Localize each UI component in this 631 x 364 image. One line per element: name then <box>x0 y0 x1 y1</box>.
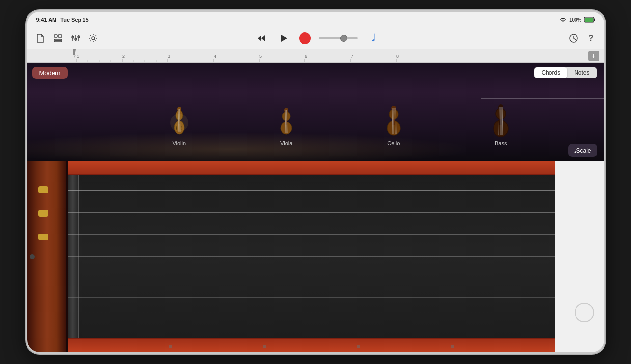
svg-text:7: 7 <box>351 54 353 59</box>
main-content: 1 2 3 4 5 6 7 8 <box>27 49 604 352</box>
cello-label: Cello <box>387 140 400 146</box>
status-time: 9:41 AM <box>36 17 57 23</box>
guitar-top-bar <box>68 161 555 175</box>
svg-text:4: 4 <box>214 54 216 59</box>
violin-svg <box>169 105 189 137</box>
settings-icon[interactable] <box>87 32 99 44</box>
guitar-string-3 <box>68 234 555 235</box>
chords-button[interactable]: Chords <box>534 67 567 78</box>
volume-slider[interactable] <box>319 37 358 39</box>
svg-rect-66 <box>499 119 502 125</box>
svg-text:6: 6 <box>305 54 307 59</box>
mixer-icon[interactable] <box>70 32 82 44</box>
guitar-string-6 <box>68 297 555 298</box>
guide-line-2 <box>506 231 604 231</box>
strings-container <box>27 161 555 352</box>
tuning-peg-2[interactable] <box>38 210 48 217</box>
notes-button[interactable]: Notes <box>567 67 596 78</box>
volume-knob[interactable] <box>340 35 347 42</box>
svg-text:8: 8 <box>396 54 399 59</box>
status-date: Tue Sep 15 <box>60 17 88 23</box>
violin-figure <box>167 104 192 138</box>
toolbar-center: 𝅘𝅥 <box>254 31 378 46</box>
play-button[interactable] <box>276 31 291 46</box>
scroll-circle[interactable] <box>575 303 594 322</box>
svg-rect-1 <box>594 19 595 21</box>
bass-figure <box>489 104 513 138</box>
record-button[interactable] <box>299 32 311 44</box>
metronome-icon[interactable]: 𝅘𝅥 <box>366 32 378 44</box>
tracks-icon[interactable] <box>52 32 64 44</box>
instrument-cello[interactable]: Cello <box>382 104 406 146</box>
add-track-button[interactable]: + <box>588 51 599 61</box>
scale-button[interactable]: 𝅘𝅥 Scale <box>568 144 597 157</box>
chords-notes-toggle: Chords Notes <box>534 67 597 78</box>
tuning-peg-3[interactable] <box>38 234 48 240</box>
violin-label: Violin <box>172 140 186 146</box>
svg-marker-14 <box>258 35 261 41</box>
svg-marker-16 <box>281 35 287 42</box>
volume-control <box>319 37 358 39</box>
svg-point-48 <box>170 114 188 131</box>
battery-level: 100% <box>569 17 582 23</box>
guitar-string-1 <box>68 190 555 191</box>
help-icon[interactable]: ? <box>585 32 597 44</box>
svg-text:1: 1 <box>77 54 79 59</box>
instrument-viola[interactable]: Viola <box>274 104 299 146</box>
svg-text:3: 3 <box>168 54 170 59</box>
bass-svg <box>489 104 513 138</box>
status-right: 100% <box>559 17 595 23</box>
cello-svg <box>383 104 405 138</box>
svg-marker-18 <box>73 49 76 58</box>
guitar-string-2 <box>68 212 555 213</box>
svg-marker-15 <box>261 35 265 41</box>
tempo-icon[interactable] <box>568 32 579 44</box>
guitar-string-4 <box>68 256 555 257</box>
timeline-ruler: 1 2 3 4 5 6 7 8 <box>27 49 604 63</box>
svg-rect-4 <box>58 35 62 37</box>
svg-text:2: 2 <box>122 54 125 59</box>
file-icon[interactable] <box>34 32 46 44</box>
instrument-violin[interactable]: Violin <box>167 104 192 146</box>
rewind-button[interactable] <box>254 31 269 46</box>
viola-label: Viola <box>280 140 292 146</box>
svg-rect-2 <box>585 18 593 22</box>
toolbar: 𝅘𝅥 ? <box>27 27 604 49</box>
ruler-svg: 1 2 3 4 5 6 7 8 <box>32 49 604 63</box>
fret-dots <box>79 345 545 348</box>
svg-point-67 <box>498 104 503 110</box>
preset-button[interactable]: Modern <box>32 67 68 79</box>
svg-rect-6 <box>54 41 62 42</box>
battery-icon <box>584 17 595 23</box>
tuning-peg-1[interactable] <box>38 186 48 193</box>
toolbar-right: ? <box>568 32 597 44</box>
guide-line-1 <box>481 98 604 99</box>
instrument-area: Modern Chords Notes <box>27 63 604 161</box>
status-bar: 9:41 AM Tue Sep 15 100% <box>27 12 604 27</box>
fret-dot-2 <box>263 345 266 348</box>
scale-label: Scale <box>576 147 591 154</box>
viola-svg <box>276 105 296 137</box>
svg-rect-3 <box>54 35 57 37</box>
cello-figure <box>382 104 406 138</box>
side-dot <box>30 254 35 259</box>
svg-text:5: 5 <box>259 54 262 59</box>
wifi-icon <box>559 17 567 23</box>
fret-dot-4 <box>451 345 454 348</box>
instrument-bass[interactable]: Bass <box>489 104 513 146</box>
fret-dot-1 <box>169 345 172 348</box>
svg-point-13 <box>92 37 95 40</box>
ipad-frame: 9:41 AM Tue Sep 15 100% <box>26 10 605 354</box>
svg-rect-5 <box>54 39 62 40</box>
viola-figure <box>274 104 299 138</box>
instruments-row: Violin Vi <box>126 104 555 146</box>
bass-label: Bass <box>495 140 507 146</box>
fret-dot-3 <box>357 345 360 348</box>
guitar-string-5 <box>68 277 555 277</box>
